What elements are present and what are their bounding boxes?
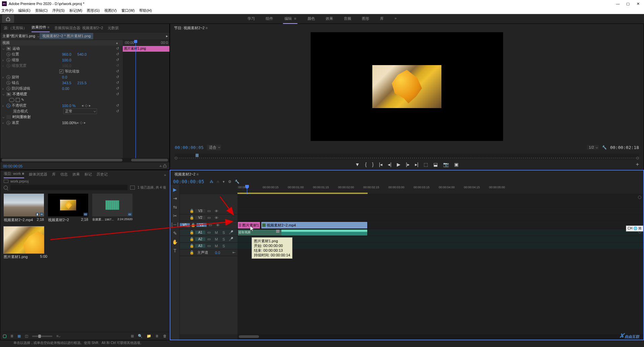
export-frame-icon[interactable]: 📷 bbox=[443, 162, 449, 167]
ws-audio[interactable]: 音频 bbox=[343, 14, 352, 24]
panel-overflow-icon[interactable]: » bbox=[164, 173, 166, 178]
track-v1[interactable]: V1 bbox=[197, 223, 207, 227]
next-kf-icon[interactable]: ▸ bbox=[84, 120, 86, 125]
reset-icon[interactable]: ↺ bbox=[116, 52, 121, 57]
anchor-x[interactable]: 343.5 bbox=[62, 81, 71, 85]
opacity-value[interactable]: 100.0 % bbox=[62, 104, 75, 108]
scrub-handle-left[interactable] bbox=[175, 157, 177, 159]
maximize-button[interactable]: ▢ bbox=[626, 2, 630, 6]
menu-edit[interactable]: 编辑(E) bbox=[18, 8, 31, 13]
track-toggle-icon[interactable]: ▭ bbox=[205, 209, 213, 213]
tab-effects-panel[interactable]: 效果 bbox=[72, 172, 80, 178]
list-view-icon[interactable]: ≣ bbox=[10, 334, 13, 338]
mute-icon[interactable]: M bbox=[213, 231, 220, 235]
stopwatch-icon[interactable] bbox=[6, 87, 10, 91]
track-toggle-icon[interactable]: ▭ bbox=[205, 230, 213, 235]
ec-timecode[interactable]: 00:00:00:05 bbox=[3, 164, 22, 168]
selection-tool-icon[interactable]: ▶ bbox=[173, 187, 177, 192]
menu-graphics[interactable]: 图形(G) bbox=[87, 8, 100, 13]
lift-icon[interactable]: ⬚ bbox=[424, 162, 428, 167]
slip-tool-icon[interactable]: |↔| bbox=[171, 222, 178, 227]
ws-graphics[interactable]: 图形 bbox=[361, 14, 370, 24]
new-item-button[interactable]: 🗎 bbox=[155, 334, 159, 338]
track-lock-icon[interactable]: 🔒 bbox=[189, 215, 195, 220]
track-v2[interactable]: V2 bbox=[195, 216, 205, 219]
prev-kf-icon[interactable]: ◂ bbox=[76, 120, 78, 125]
menu-clip[interactable]: 剪辑(C) bbox=[35, 8, 48, 13]
project-item[interactable]: ▮H 视频素材2~2.mp42;18 bbox=[4, 194, 44, 222]
new-bin-button[interactable]: 📁 bbox=[147, 334, 151, 338]
extract-icon[interactable]: ⬓ bbox=[433, 162, 438, 167]
fx-badge[interactable]: fx bbox=[6, 47, 11, 51]
resolution-select[interactable]: 1/2 bbox=[587, 145, 599, 150]
ec-zoom-in-icon[interactable]: 凸 bbox=[163, 163, 167, 168]
tab-info[interactable]: 信息 bbox=[60, 172, 68, 178]
goto-icon[interactable]: ⇤ bbox=[232, 250, 235, 255]
track-visibility-icon[interactable]: 👁 bbox=[214, 223, 221, 227]
zoom-slider[interactable] bbox=[32, 336, 52, 337]
track-select-tool-icon[interactable]: ⇥ bbox=[173, 196, 177, 201]
mark-in-icon[interactable]: { bbox=[365, 162, 367, 167]
timeline-timecode[interactable]: 00:00:00:05 bbox=[173, 179, 204, 184]
prev-kf-icon[interactable]: ◂ bbox=[82, 103, 84, 108]
master-value[interactable]: 0.0 bbox=[215, 251, 220, 255]
project-items[interactable]: ▮H 视频素材2~2.mp42;18 ▭ 视频素材2~22;18 ▭ 音频素..… bbox=[0, 191, 169, 332]
menu-marker[interactable]: 标记(M) bbox=[69, 8, 83, 13]
track-visibility-icon[interactable]: 👁 bbox=[213, 209, 220, 213]
pen-tool-icon[interactable]: ✎ bbox=[173, 231, 177, 236]
tab-program[interactable]: 节目: 视频素材2~2 bbox=[174, 26, 208, 30]
solo-icon[interactable]: S bbox=[220, 237, 227, 241]
settings-icon[interactable]: ⚙ bbox=[228, 180, 231, 184]
fx-motion[interactable]: 运动 bbox=[12, 46, 20, 51]
icon-view-icon[interactable]: ▦ bbox=[17, 334, 21, 338]
reset-icon[interactable]: ↺ bbox=[116, 92, 121, 97]
go-out-icon[interactable]: ▸| bbox=[415, 162, 419, 167]
track-lock-icon[interactable]: 🔒 bbox=[189, 250, 195, 255]
track-a1[interactable]: A1 bbox=[195, 231, 205, 234]
ec-hscroll[interactable] bbox=[2, 159, 122, 161]
chevron-right-icon[interactable]: › bbox=[2, 58, 6, 62]
reset-icon[interactable]: ↺ bbox=[116, 69, 121, 74]
add-marker-icon[interactable]: ▼ bbox=[355, 162, 360, 167]
project-item[interactable]: ▭ 视频素材2~22;18 bbox=[48, 194, 88, 222]
tab-media-browser[interactable]: 媒体浏览器 bbox=[29, 172, 47, 178]
tab-source[interactable]: 源:（无剪辑） bbox=[4, 26, 27, 32]
mark-out-icon[interactable]: } bbox=[372, 162, 374, 167]
tab-libraries[interactable]: 库 bbox=[52, 172, 56, 178]
tab-history[interactable]: 历史记 bbox=[97, 172, 108, 178]
voiceover-icon[interactable]: 🎤 bbox=[227, 230, 235, 235]
reset-icon[interactable]: ↺ bbox=[116, 46, 121, 51]
close-button[interactable]: ✕ bbox=[636, 2, 640, 6]
project-item-selected[interactable]: 图片素材1.png5:00 bbox=[4, 227, 47, 259]
track-lock-icon[interactable]: 🔒 bbox=[189, 209, 195, 213]
ec-hscroll2[interactable] bbox=[131, 159, 168, 161]
timeline-hscroll[interactable] bbox=[239, 335, 259, 338]
track-a3[interactable]: A3 bbox=[195, 244, 205, 248]
ec-sequence-dropdown[interactable]: 视频素材2~2 * 图片素材1.png bbox=[40, 33, 94, 39]
master-track[interactable]: 主声道 bbox=[197, 250, 208, 255]
ripple-tool-icon[interactable]: ⇆ bbox=[173, 204, 177, 210]
chevron-down-icon[interactable]: ⌵ bbox=[2, 46, 6, 51]
new-bin-icon[interactable] bbox=[130, 186, 135, 190]
stopwatch-icon[interactable] bbox=[6, 81, 10, 85]
menu-sequence[interactable]: 序列(S) bbox=[52, 8, 65, 13]
track-lock-icon[interactable]: 🔒 bbox=[190, 223, 197, 227]
reset-icon[interactable]: ↺ bbox=[116, 58, 121, 62]
delete-button[interactable]: 🗑 bbox=[163, 334, 167, 338]
project-item[interactable]: ▭ 音频素... 1967...2:24:25920 bbox=[92, 194, 132, 222]
program-canvas[interactable] bbox=[170, 32, 644, 141]
ws-learn[interactable]: 学习 bbox=[247, 14, 256, 24]
mask-rect-icon[interactable] bbox=[16, 98, 20, 102]
home-button[interactable] bbox=[2, 15, 14, 23]
stopwatch-icon[interactable] bbox=[6, 75, 10, 79]
tab-metadata[interactable]: 元数据 bbox=[108, 26, 119, 32]
tab-project[interactable]: 项目: work ≡ bbox=[4, 171, 24, 178]
step-back-icon[interactable]: ◂| bbox=[388, 162, 391, 167]
mask-pen-icon[interactable]: ✎ bbox=[21, 98, 24, 102]
flicker-value[interactable]: 0.00 bbox=[62, 87, 69, 91]
timeline-content[interactable]: 图片素材1 视频素材2~2.mp4 提取视频 图片素材1.png 开始: 00:… bbox=[237, 194, 643, 334]
track-v3[interactable]: V3 bbox=[195, 209, 205, 213]
add-kf-icon[interactable]: ◇ bbox=[85, 103, 88, 108]
ws-overflow-icon[interactable]: » bbox=[394, 14, 397, 24]
reset-icon[interactable]: ↺ bbox=[116, 63, 121, 68]
